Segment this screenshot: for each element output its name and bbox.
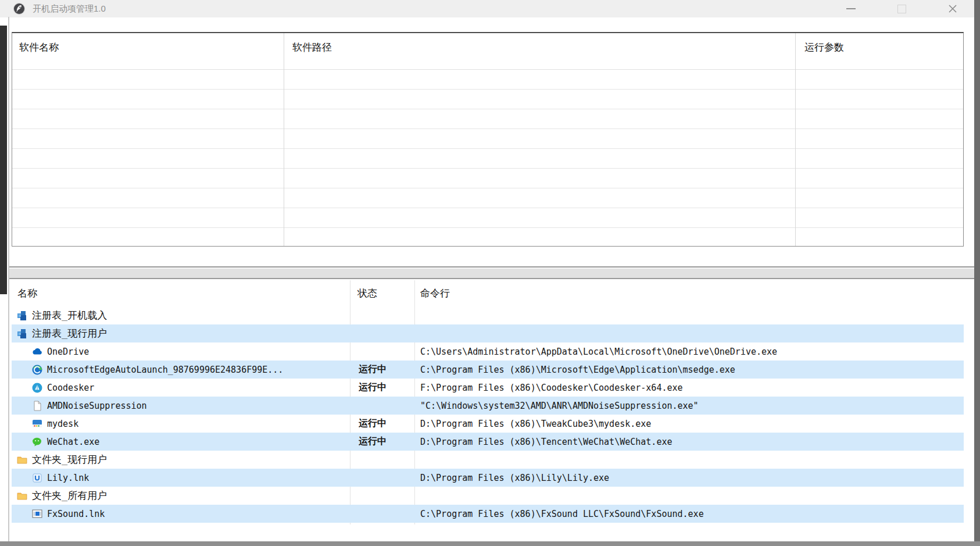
startup-list: 名称 状态 命令行 注册表_开机载入注册表_现行用户OneDriveC:\Use… [12, 280, 964, 541]
startup-item-command: C:\Program Files (x86)\FxSound LLC\FxSou… [420, 505, 964, 523]
rocket-icon [13, 2, 26, 15]
maximize-button[interactable] [889, 0, 914, 17]
startup-item-status [359, 451, 414, 469]
startup-item-label: 注册表_现行用户 [32, 327, 107, 340]
startup-item-command: D:\Program Files (x86)\TweakCube3\mydesk… [420, 415, 964, 433]
startup-item-name-cell: WeChat.exe [12, 433, 350, 451]
list-item[interactable]: Lily.lnkD:\Program Files (x86)\Lily\Lily… [12, 469, 964, 487]
fxsound-icon [31, 508, 43, 520]
startup-item-label: FxSound.lnk [47, 509, 105, 519]
startup-item-command [420, 451, 964, 469]
wechat-icon [31, 436, 43, 448]
coodesker-icon [31, 382, 43, 394]
startup-item-status [359, 342, 414, 361]
folder-icon [16, 490, 28, 502]
column-divider [284, 33, 284, 246]
column-header-status[interactable]: 状态 [357, 287, 377, 300]
startup-item-name-cell: Lily.lnk [12, 469, 350, 487]
startup-item-command [420, 306, 964, 324]
close-button[interactable] [940, 0, 965, 17]
mydesk-icon [31, 418, 43, 430]
startup-item-status [359, 324, 414, 342]
startup-item-command: C:\Program Files (x86)\Microsoft\Edge\Ap… [420, 361, 964, 379]
startup-item-status [359, 487, 414, 505]
list-item[interactable]: AMDNoiseSuppression"C:\Windows\system32\… [12, 397, 964, 415]
startup-item-name-cell: 文件夹_所有用户 [12, 487, 350, 505]
startup-item-command: F:\Program Files (x86)\Coodesker\Coodesk… [420, 379, 964, 397]
startup-item-label: OneDrive [47, 347, 89, 357]
startup-item-name-cell: 注册表_现行用户 [12, 324, 350, 342]
startup-item-status [359, 469, 414, 487]
titlebar[interactable]: 开机启动项管理1.0 [0, 0, 980, 17]
startup-item-name-cell: FxSound.lnk [12, 505, 350, 523]
list-item[interactable]: Coodesker运行中F:\Program Files (x86)\Coode… [12, 379, 964, 397]
startup-item-command: D:\Program Files (x86)\Lily\Lily.exe [420, 469, 964, 487]
startup-list-rows: 注册表_开机载入注册表_现行用户OneDriveC:\Users\Adminis… [12, 306, 964, 523]
startup-item-name-cell: 注册表_开机载入 [12, 306, 350, 324]
startup-item-name-cell: MicrosoftEdgeAutoLaunch_98769996E24836F9… [12, 361, 350, 379]
document-icon [31, 400, 43, 412]
folder-icon [16, 454, 28, 466]
startup-item-name-cell: 文件夹_现行用户 [12, 451, 350, 469]
startup-item-command: C:\Users\Administrator\AppData\Local\Mic… [420, 342, 964, 361]
startup-item-name-cell: Coodesker [12, 379, 350, 397]
left-edge-shadow [0, 26, 7, 294]
startup-item-command: D:\Program Files (x86)\Tencent\WeChat\We… [420, 433, 964, 451]
startup-item-label: Coodesker [47, 383, 94, 393]
list-item[interactable]: mydesk运行中D:\Program Files (x86)\TweakCub… [12, 415, 964, 433]
startup-item-status: 运行中 [359, 433, 414, 451]
minimize-icon [846, 8, 856, 9]
bottom-screen-edge [0, 541, 980, 546]
column-divider [795, 33, 796, 246]
column-header-software-name[interactable]: 软件名称 [19, 41, 59, 54]
startup-item-label: 注册表_开机载入 [32, 309, 107, 322]
right-screen-edge [974, 0, 980, 546]
maximize-icon [897, 5, 906, 13]
startup-item-status: 运行中 [359, 415, 414, 433]
list-item[interactable]: 文件夹_所有用户 [12, 487, 964, 505]
registry-icon [16, 328, 28, 340]
startup-item-label: Lily.lnk [47, 473, 89, 483]
splitter-highlight [9, 267, 974, 269]
empty-grid [12, 70, 963, 246]
startup-item-command [420, 487, 964, 505]
software-table-header: 软件名称 软件路径 运行参数 [12, 33, 963, 70]
left-window-border [8, 17, 9, 541]
registry-icon [16, 310, 28, 322]
startup-item-status [359, 397, 414, 415]
startup-item-label: mydesk [47, 419, 78, 429]
startup-list-header: 名称 状态 命令行 [12, 280, 964, 306]
minimize-button[interactable] [838, 0, 864, 17]
list-item[interactable]: WeChat.exe运行中D:\Program Files (x86)\Tenc… [12, 433, 964, 451]
startup-item-label: AMDNoiseSuppression [47, 401, 147, 411]
edge-icon [31, 364, 43, 376]
column-header-name[interactable]: 名称 [17, 287, 37, 300]
startup-item-name-cell: OneDrive [12, 342, 350, 361]
list-item[interactable]: FxSound.lnkC:\Program Files (x86)\FxSoun… [12, 505, 964, 523]
startup-item-status [359, 306, 414, 324]
software-table: 软件名称 软件路径 运行参数 [12, 32, 964, 247]
list-item[interactable]: 注册表_开机载入 [12, 306, 964, 324]
column-header-software-path[interactable]: 软件路径 [292, 41, 332, 54]
startup-item-command: "C:\Windows\system32\AMD\ANR\AMDNoiseSup… [420, 397, 964, 415]
list-item[interactable]: MicrosoftEdgeAutoLaunch_98769996E24836F9… [12, 361, 964, 379]
column-header-run-args[interactable]: 运行参数 [804, 41, 844, 54]
startup-item-status: 运行中 [359, 361, 414, 379]
column-header-command[interactable]: 命令行 [420, 287, 450, 300]
list-item[interactable]: OneDriveC:\Users\Administrator\AppData\L… [12, 342, 964, 361]
list-item[interactable]: 文件夹_现行用户 [12, 451, 964, 469]
startup-item-label: MicrosoftEdgeAutoLaunch_98769996E24836F9… [47, 365, 283, 375]
pane-splitter[interactable] [9, 266, 974, 279]
startup-item-status [359, 505, 414, 523]
startup-item-label: 文件夹_所有用户 [32, 489, 107, 502]
window-title: 开机启动项管理1.0 [33, 3, 106, 15]
onedrive-cloud-icon [31, 346, 43, 358]
startup-item-name-cell: AMDNoiseSuppression [12, 397, 350, 415]
lily-icon [31, 472, 43, 484]
startup-item-command [420, 324, 964, 342]
startup-item-name-cell: mydesk [12, 415, 350, 433]
startup-item-status: 运行中 [359, 379, 414, 397]
startup-item-label: 文件夹_现行用户 [32, 453, 107, 466]
list-item[interactable]: 注册表_现行用户 [12, 324, 964, 342]
startup-item-label: WeChat.exe [47, 437, 99, 447]
